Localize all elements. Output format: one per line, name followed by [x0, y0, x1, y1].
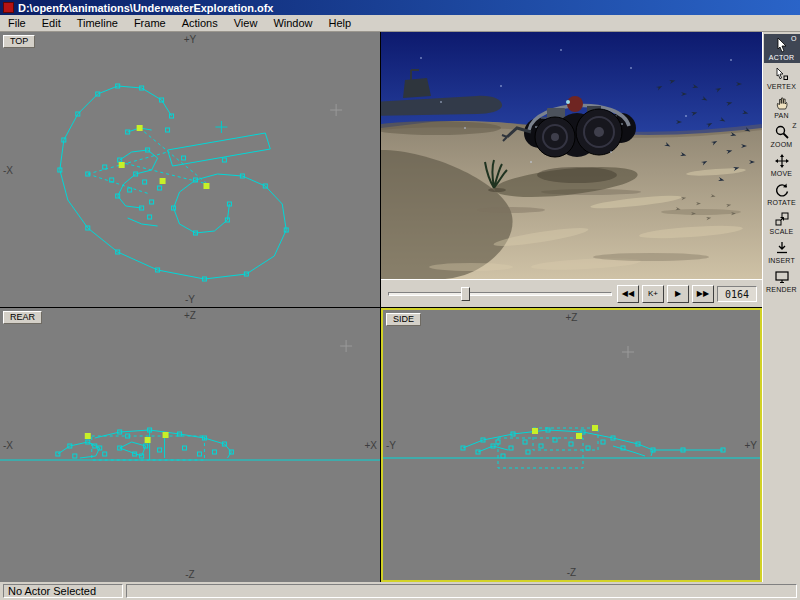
play-button[interactable]: ▶: [667, 285, 689, 303]
wireframe-top: [0, 32, 380, 307]
axis-label-minus-x: -X: [3, 440, 13, 451]
tool-actor[interactable]: O ACTOR: [764, 34, 800, 63]
tool-shortcut: Z: [792, 122, 796, 129]
tool-label: RENDER: [766, 286, 797, 293]
viewport-rear[interactable]: REAR +Z -Z -X +X: [0, 308, 381, 582]
axis-label-minus-y: -Y: [386, 440, 396, 451]
insert-arrow-icon: [774, 240, 790, 256]
timeline-slider-thumb[interactable]: [461, 287, 470, 301]
menu-file[interactable]: File: [0, 16, 34, 31]
tool-palette: O ACTOR VERTEX PAN Z ZOOM MOVE ROTATE: [762, 32, 800, 582]
axis-label-minus-z: -Z: [567, 567, 576, 578]
actor-cursor-icon: [774, 37, 790, 53]
viewport-side-tab[interactable]: SIDE: [386, 313, 421, 326]
tool-label: ROTATE: [767, 199, 796, 206]
tool-move[interactable]: MOVE: [764, 150, 800, 179]
magnifier-icon: [774, 124, 790, 140]
key-frame-button[interactable]: K+: [642, 285, 664, 303]
tool-insert[interactable]: INSERT: [764, 237, 800, 266]
status-bar: No Actor Selected: [0, 582, 800, 600]
tool-label: VERTEX: [767, 83, 796, 90]
tool-pan[interactable]: PAN: [764, 92, 800, 121]
scale-boxes-icon: [774, 211, 790, 227]
tool-scale[interactable]: SCALE: [764, 208, 800, 237]
menu-bar: File Edit Timeline Frame Actions View Wi…: [0, 15, 800, 32]
menu-help[interactable]: Help: [321, 16, 360, 31]
tool-vertex[interactable]: VERTEX: [764, 63, 800, 92]
timeline-bar: ◀◀ K+ ▶ ▶▶ 0164: [381, 279, 762, 307]
fast-forward-button[interactable]: ▶▶: [692, 285, 714, 303]
tool-label: ACTOR: [769, 54, 794, 61]
render-preview: [381, 32, 762, 279]
window-title: D:\openfx\animations\UnderwaterExplorati…: [18, 2, 273, 14]
axis-label-plus-z: +Z: [566, 312, 578, 323]
menu-actions[interactable]: Actions: [174, 16, 226, 31]
axis-label-plus-z: +Z: [184, 310, 196, 321]
menu-view[interactable]: View: [226, 16, 266, 31]
axis-label-minus-x: -X: [3, 164, 13, 175]
axis-label-minus-y: -Y: [185, 294, 195, 305]
timeline-slider[interactable]: [386, 280, 614, 307]
main-area: TOP +Y -Y -X: [0, 32, 800, 582]
viewport-grid: TOP +Y -Y -X: [0, 32, 762, 582]
viewport-top-tab[interactable]: TOP: [3, 35, 35, 48]
timeline-groove: [388, 292, 612, 296]
viewport-side[interactable]: SIDE +Z -Z -Y +Y: [381, 308, 762, 582]
tool-label: SCALE: [770, 228, 794, 235]
axis-label-plus-y: +Y: [744, 440, 757, 451]
rewind-button[interactable]: ◀◀: [617, 285, 639, 303]
tool-rotate[interactable]: ROTATE: [764, 179, 800, 208]
tool-label: INSERT: [768, 257, 795, 264]
rotate-arrow-icon: [774, 182, 790, 198]
status-spacer: [126, 584, 797, 598]
move-arrows-icon: [774, 153, 790, 169]
tool-shortcut: O: [791, 35, 796, 42]
viewport-render[interactable]: ◀◀ K+ ▶ ▶▶ 0164: [381, 32, 762, 308]
frame-counter: 0164: [717, 286, 757, 302]
menu-window[interactable]: Window: [265, 16, 320, 31]
viewport-top[interactable]: TOP +Y -Y -X: [0, 32, 381, 308]
tool-render[interactable]: RENDER: [764, 266, 800, 295]
vertex-cursor-icon: [774, 66, 790, 82]
status-message: No Actor Selected: [3, 584, 123, 598]
menu-frame[interactable]: Frame: [126, 16, 174, 31]
tool-label: ZOOM: [771, 141, 793, 148]
render-monitor-icon: [774, 269, 790, 285]
render-scene: [381, 32, 762, 279]
axis-label-plus-x: +X: [364, 440, 377, 451]
wireframe-side: [383, 310, 760, 580]
viewport-rear-tab[interactable]: REAR: [3, 311, 42, 324]
rover-shadow-core: [537, 167, 617, 183]
app-icon[interactable]: [3, 2, 14, 13]
menu-edit[interactable]: Edit: [34, 16, 69, 31]
menu-timeline[interactable]: Timeline: [69, 16, 126, 31]
tool-label: MOVE: [771, 170, 792, 177]
tool-zoom[interactable]: Z ZOOM: [764, 121, 800, 150]
wireframe-rear: [0, 308, 380, 582]
title-bar: D:\openfx\animations\UnderwaterExplorati…: [0, 0, 800, 15]
hand-icon: [774, 95, 790, 111]
axis-label-plus-y: +Y: [184, 34, 197, 45]
axis-label-minus-z: -Z: [185, 569, 194, 580]
tool-label: PAN: [774, 112, 788, 119]
